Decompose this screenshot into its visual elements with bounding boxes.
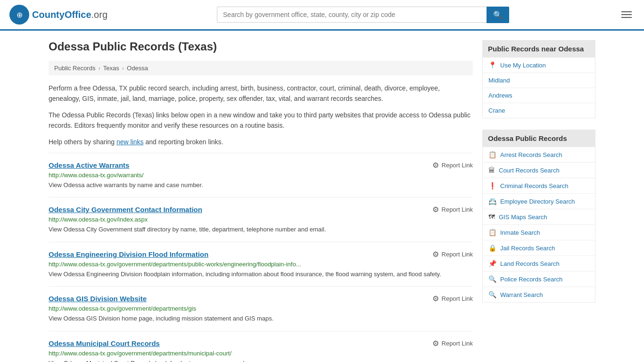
intro-paragraph-1: Perform a free Odessa, TX public record …	[49, 83, 473, 104]
records-list-item: 🔒 Jail Records Search	[483, 240, 595, 256]
report-icon: ⚙	[432, 339, 439, 348]
records-link-9[interactable]: 🔍 Warrant Search	[483, 287, 595, 302]
result-item: Odessa Municipal Court Records ⚙ Report …	[49, 331, 473, 362]
nearby-crane: Crane	[483, 103, 595, 118]
logo-icon: ⊕	[9, 5, 29, 25]
records-link-5[interactable]: 📋 Inmate Search	[483, 225, 595, 240]
records-link-label: Criminal Records Search	[500, 182, 569, 189]
records-list-item: 🔍 Warrant Search	[483, 287, 595, 302]
search-area: 🔍	[217, 7, 509, 23]
midland-link[interactable]: Midland	[483, 73, 595, 88]
records-list-item: 📌 Land Records Search	[483, 256, 595, 272]
result-description: View Odessa Municipal Court Records by d…	[49, 359, 473, 362]
main-container: Odessa Public Records (Texas) Public Rec…	[39, 31, 605, 362]
records-link-label: Employee Directory Search	[500, 198, 575, 205]
andrews-link[interactable]: Andrews	[483, 88, 595, 103]
result-item: Odessa Active Warrants ⚙ Report Link htt…	[49, 153, 473, 197]
use-location-item: 📍 Use My Location	[483, 58, 595, 73]
report-icon: ⚙	[432, 294, 439, 303]
report-link-btn[interactable]: ⚙ Report Link	[432, 205, 473, 214]
svg-text:⊕: ⊕	[17, 11, 23, 19]
result-title-link[interactable]: Odessa City Government Contact Informati…	[49, 206, 202, 214]
result-description: View Odessa GIS Division home page, incl…	[49, 314, 473, 323]
records-link-icon: 📋	[488, 229, 496, 236]
nearby-section: Public Records near Odessa 📍 Use My Loca…	[482, 40, 595, 118]
records-link-label: GIS Maps Search	[499, 214, 547, 221]
records-link-icon: 📋	[488, 151, 496, 158]
result-header: Odessa Municipal Court Records ⚙ Report …	[49, 339, 473, 348]
report-link-btn[interactable]: ⚙ Report Link	[432, 161, 473, 170]
records-list: 📋 Arrest Records Search 🏛 Court Records …	[482, 147, 595, 303]
records-list-item: 🗺 GIS Maps Search	[483, 209, 595, 225]
report-link-btn[interactable]: ⚙ Report Link	[432, 250, 473, 259]
records-list-item: ❗ Criminal Records Search	[483, 178, 595, 194]
hamburger-menu-button[interactable]	[619, 8, 635, 21]
report-icon: ⚙	[432, 161, 439, 170]
result-title-link[interactable]: Odessa Engineering Division Flood Inform…	[49, 250, 208, 258]
result-item: Odessa Engineering Division Flood Inform…	[49, 242, 473, 287]
records-section: Odessa Public Records 📋 Arrest Records S…	[482, 130, 595, 303]
records-link-icon: 🗺	[488, 213, 495, 221]
nearby-andrews: Andrews	[483, 88, 595, 103]
crane-link[interactable]: Crane	[483, 103, 595, 118]
records-link-1[interactable]: 🏛 Court Records Search	[483, 163, 595, 178]
records-link-icon: 📌	[488, 260, 496, 267]
report-icon: ⚙	[432, 205, 439, 214]
records-list-item: 🏛 Court Records Search	[483, 163, 595, 178]
records-link-icon: ❗	[488, 182, 496, 189]
records-link-label: Land Records Search	[500, 260, 560, 267]
breadcrumb-texas[interactable]: Texas	[103, 65, 119, 72]
result-title-link[interactable]: Odessa Active Warrants	[49, 161, 129, 169]
records-link-6[interactable]: 🔒 Jail Records Search	[483, 240, 595, 255]
result-url[interactable]: http://www.odessa-tx.gov/warrants/	[49, 172, 473, 179]
nearby-midland: Midland	[483, 73, 595, 88]
report-link-btn[interactable]: ⚙ Report Link	[432, 294, 473, 303]
breadcrumb-public-records[interactable]: Public Records	[54, 65, 95, 72]
search-button[interactable]: 🔍	[487, 7, 509, 23]
result-url[interactable]: http://www.odessa-tx.gov/government/depa…	[49, 350, 473, 357]
report-link-btn[interactable]: ⚙ Report Link	[432, 339, 473, 348]
result-url[interactable]: http://www.odessa-tx.gov/government/depa…	[49, 261, 473, 268]
new-links-link[interactable]: new links	[116, 138, 144, 146]
result-item: Odessa GIS Division Website ⚙ Report Lin…	[49, 286, 473, 331]
result-url[interactable]: http://www.odessa-tx.gov/government/depa…	[49, 305, 473, 312]
search-input[interactable]	[217, 7, 487, 23]
records-link-label: Jail Records Search	[500, 245, 555, 252]
records-list-item: 📋 Inmate Search	[483, 225, 595, 240]
result-header: Odessa Engineering Division Flood Inform…	[49, 250, 473, 259]
result-item: Odessa City Government Contact Informati…	[49, 197, 473, 242]
use-location-link[interactable]: 📍 Use My Location	[483, 58, 595, 73]
records-header: Odessa Public Records	[482, 130, 595, 147]
report-link-label: Report Link	[442, 162, 473, 169]
content-area: Odessa Public Records (Texas) Public Rec…	[49, 40, 473, 362]
sidebar: Public Records near Odessa 📍 Use My Loca…	[482, 40, 595, 362]
records-link-7[interactable]: 📌 Land Records Search	[483, 256, 595, 271]
logo-text: CountyOffice.org	[32, 9, 107, 20]
records-link-label: Court Records Search	[499, 167, 560, 174]
records-link-icon: 🔍	[488, 275, 496, 283]
report-icon: ⚙	[432, 250, 439, 259]
records-link-8[interactable]: 🔍 Police Records Search	[483, 272, 595, 287]
report-link-label: Report Link	[442, 340, 473, 347]
breadcrumb: Public Records › Texas › Odessa	[49, 61, 473, 75]
records-link-3[interactable]: 📇 Employee Directory Search	[483, 194, 595, 209]
records-link-icon: 🔒	[488, 244, 496, 252]
result-url[interactable]: http://www.odessa-tx.gov/index.aspx	[49, 216, 473, 223]
logo[interactable]: ⊕ CountyOffice.org	[9, 5, 107, 25]
records-link-0[interactable]: 📋 Arrest Records Search	[483, 147, 595, 162]
result-description: View Odessa City Government staff direct…	[49, 225, 473, 234]
records-link-2[interactable]: ❗ Criminal Records Search	[483, 178, 595, 193]
intro-paragraph-2: The Odessa Public Records (Texas) links …	[49, 110, 473, 131]
records-link-label: Arrest Records Search	[500, 151, 562, 158]
records-list-item: 📇 Employee Directory Search	[483, 194, 595, 209]
report-link-label: Report Link	[442, 206, 473, 213]
records-list-item: 📋 Arrest Records Search	[483, 147, 595, 163]
results-list: Odessa Active Warrants ⚙ Report Link htt…	[49, 153, 473, 362]
records-link-label: Police Records Search	[500, 276, 562, 283]
result-title-link[interactable]: Odessa Municipal Court Records	[49, 339, 160, 347]
report-link-label: Report Link	[442, 295, 473, 302]
records-link-4[interactable]: 🗺 GIS Maps Search	[483, 209, 595, 224]
result-title-link[interactable]: Odessa GIS Division Website	[49, 295, 147, 303]
records-link-label: Inmate Search	[500, 229, 540, 236]
result-header: Odessa Active Warrants ⚙ Report Link	[49, 161, 473, 170]
